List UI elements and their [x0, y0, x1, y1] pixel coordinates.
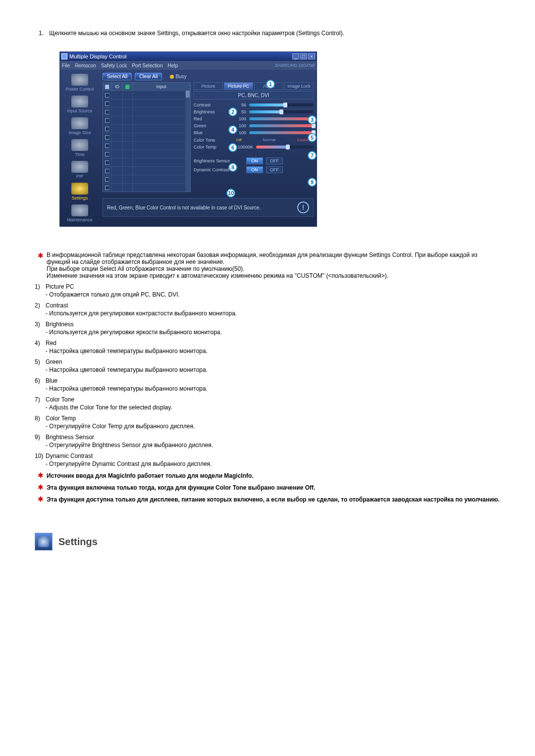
row-dynamic-contrast: Dynamic Contrast ON OFF — [194, 166, 314, 173]
numbered-list: 1)Picture PC- Отображается только для оп… — [35, 283, 500, 467]
star-icon: ✱ — [38, 483, 45, 491]
list-item-desc: - Используется для регулировки контрасто… — [46, 310, 500, 317]
blue-slider[interactable] — [249, 131, 314, 134]
scrollbar-thumb[interactable] — [186, 91, 190, 98]
minimize-button[interactable]: _ — [292, 53, 299, 59]
grid-header-check[interactable] — [103, 83, 112, 91]
brightness-sensor-on[interactable]: ON — [246, 157, 263, 164]
tab-picture[interactable]: Picture — [194, 82, 223, 90]
dynamic-contrast-off[interactable]: OFF — [266, 166, 283, 173]
table-row[interactable] — [103, 91, 190, 99]
row-checkbox[interactable] — [105, 101, 109, 106]
list-item: 10)Dynamic Contrast — [35, 453, 500, 459]
callout-6: 6 — [228, 143, 237, 152]
callout-7: 7 — [308, 151, 317, 160]
busy-dot-icon — [170, 75, 174, 79]
sidebar-item-input-source[interactable]: Input Source — [62, 96, 98, 113]
row-checkbox[interactable] — [105, 118, 109, 123]
tab-image-lock[interactable]: Image Lock — [284, 82, 314, 90]
image-size-icon — [71, 117, 88, 129]
green-slider[interactable] — [249, 124, 314, 127]
list-item: 7)Color Tone — [35, 396, 500, 403]
sidebar-item-maintenance[interactable]: Maintenance — [62, 204, 98, 222]
status-icon — [125, 85, 130, 89]
list-item-desc: - Используется для регулировки яркости в… — [46, 329, 500, 336]
close-button[interactable]: × — [308, 53, 315, 59]
table-row[interactable] — [103, 107, 190, 116]
list-item: 4)Red — [35, 340, 500, 347]
select-all-button[interactable]: Select All — [103, 73, 132, 80]
row-checkbox[interactable] — [105, 110, 109, 114]
menu-port-selection[interactable]: Port Selection — [132, 63, 162, 68]
grid-header-id: ID — [112, 83, 123, 91]
callout-5: 5 — [308, 133, 317, 142]
row-checkbox[interactable] — [105, 177, 109, 182]
red-slider[interactable] — [249, 117, 314, 120]
row-checkbox[interactable] — [105, 186, 109, 190]
sidebar-item-pip[interactable]: PIP — [62, 161, 98, 179]
table-row[interactable] — [103, 141, 190, 150]
list-item: 3)Brightness — [35, 321, 500, 328]
menu-file[interactable]: File — [62, 63, 70, 68]
table-row[interactable] — [103, 116, 190, 124]
footnote: ✱Эта функция включена только тогда, когд… — [38, 483, 500, 491]
table-row[interactable] — [103, 175, 190, 183]
clear-all-button[interactable]: Clear All — [135, 73, 162, 80]
dynamic-contrast-on[interactable]: ON — [246, 166, 263, 173]
table-row[interactable] — [103, 158, 190, 166]
settings-icon — [71, 183, 88, 195]
color-tone-off[interactable]: Off — [233, 137, 245, 143]
list-item: 9)Brightness Sensor — [35, 434, 500, 441]
titlebar: Multiple Display Control _ □ × — [60, 52, 317, 61]
settings-panel: Picture Picture PC Audio Image Lock PC, … — [194, 82, 314, 192]
star-icon: ✱ — [38, 471, 45, 479]
table-row[interactable] — [103, 183, 190, 192]
list-item-desc: - Настройка цветовой температуры выбранн… — [46, 348, 500, 354]
list-item-desc: - Adjusts the Color Tone for the selecte… — [46, 404, 500, 411]
sidebar-item-time[interactable]: Time — [62, 139, 98, 157]
table-row[interactable] — [103, 166, 190, 175]
maximize-button[interactable]: □ — [300, 53, 307, 59]
tab-picture-pc[interactable]: Picture PC — [224, 82, 253, 90]
brand-label: SAMSUNG DIGITall — [275, 63, 315, 68]
row-checkbox[interactable] — [105, 127, 109, 131]
section-heading: Settings — [35, 533, 500, 551]
table-row[interactable] — [103, 150, 190, 158]
color-temp-slider[interactable] — [256, 146, 314, 149]
row-checkbox[interactable] — [105, 135, 109, 140]
contrast-slider[interactable] — [249, 103, 314, 106]
table-row[interactable] — [103, 133, 190, 141]
menu-safety-lock[interactable]: Safety Lock — [101, 63, 127, 68]
power-icon — [71, 74, 88, 86]
main-panel: Select All Clear All Busy ID Input — [100, 70, 317, 226]
callout-4: 4 — [228, 125, 237, 134]
table-row[interactable] — [103, 124, 190, 133]
input-source-icon — [71, 96, 88, 107]
menu-remocon[interactable]: Remocon — [75, 63, 96, 68]
brightness-sensor-off[interactable]: OFF — [266, 157, 283, 164]
brightness-slider[interactable] — [249, 110, 314, 113]
sidebar-item-power-control[interactable]: Power Control — [62, 74, 98, 92]
sidebar-item-settings[interactable]: Settings — [62, 183, 98, 201]
grid-scrollbar[interactable] — [185, 91, 190, 192]
row-checkbox[interactable] — [105, 152, 109, 156]
info-icon: ! — [297, 202, 309, 213]
list-item-desc: - Отрегулируйте Brightness Sensor для вы… — [46, 442, 500, 449]
row-checkbox[interactable] — [105, 160, 109, 165]
footnote: ✱Эта функция доступна только для дисплее… — [38, 495, 500, 503]
row-checkbox[interactable] — [105, 169, 109, 173]
row-color-tone: Color Tone Off Normal Custom — [194, 137, 314, 143]
table-row[interactable] — [103, 99, 190, 107]
maintenance-icon — [71, 204, 88, 216]
row-red: Red 100 — [194, 116, 314, 121]
app-icon — [61, 53, 67, 59]
row-checkbox[interactable] — [105, 93, 109, 98]
row-checkbox[interactable] — [105, 144, 109, 148]
list-item-desc: - Настройка цветовой температуры выбранн… — [46, 366, 500, 373]
intro-line: 1. Щелкните мышью на основном значке Set… — [39, 30, 500, 37]
sidebar-item-image-size[interactable]: Image Size — [62, 117, 98, 135]
window-title: Multiple Display Control — [69, 53, 127, 59]
menu-help[interactable]: Help — [167, 63, 178, 68]
callout-2: 2 — [228, 107, 237, 116]
color-tone-normal[interactable]: Normal — [260, 137, 279, 143]
